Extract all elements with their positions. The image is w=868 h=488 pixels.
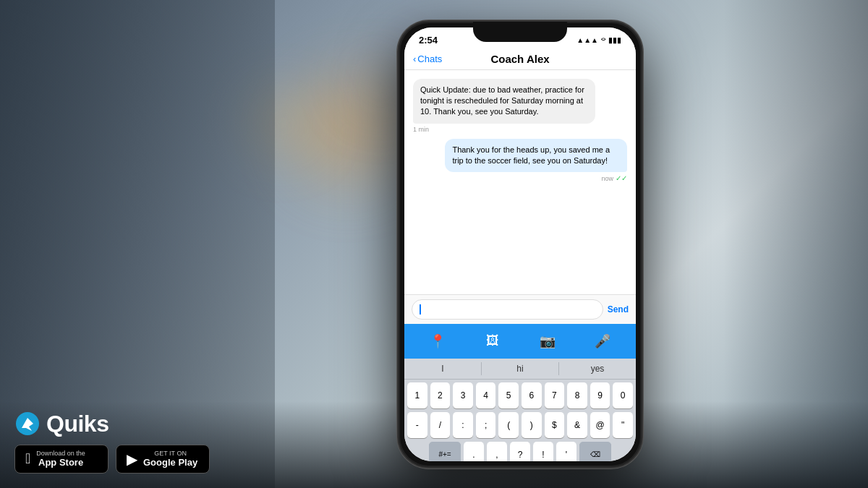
message-input[interactable] — [412, 299, 603, 320]
messages-area: Quick Update: due to bad weather, practi… — [404, 70, 636, 236]
google-play-text: GET IT ON Google Play — [143, 450, 197, 468]
message-received-1: Quick Update: due to bad weather, practi… — [413, 79, 595, 133]
key-2[interactable]: 2 — [430, 382, 451, 408]
autocomplete-bar: I hi yes — [404, 359, 636, 380]
autocomplete-hi[interactable]: hi — [482, 362, 559, 375]
key-exclaim[interactable]: ! — [533, 442, 553, 461]
status-icons: ▲▲▲ ⌔ ▮▮▮ — [576, 36, 621, 44]
back-button[interactable]: ‹ Chats — [413, 53, 442, 64]
store-buttons:  Download on the App Store ▶ GET IT ON … — [14, 445, 210, 474]
key-semi[interactable]: ; — [476, 412, 496, 438]
location-icon[interactable]: 📍 — [426, 330, 449, 353]
battery-icon: ▮▮▮ — [608, 36, 621, 44]
key-comma[interactable]: , — [487, 442, 507, 461]
key-slash[interactable]: / — [430, 412, 451, 438]
signal-icon: ▲▲▲ — [576, 36, 598, 44]
app-store-text: Download on the App Store — [36, 450, 85, 468]
app-store-button[interactable]:  Download on the App Store — [14, 445, 109, 474]
image-icon[interactable]: 🖼 — [481, 330, 504, 353]
key-7[interactable]: 7 — [545, 382, 565, 408]
phone-screen: 2:54 ▲▲▲ ⌔ ▮▮▮ ‹ Chats Coach Alex — [404, 27, 636, 461]
key-apostrophe[interactable]: ' — [556, 442, 576, 461]
camera-icon[interactable]: 📷 — [536, 330, 559, 353]
key-at[interactable]: @ — [590, 412, 610, 438]
autocomplete-yes[interactable]: yes — [559, 362, 636, 375]
action-bar: 📍 🖼 📷 🎤 — [404, 324, 636, 359]
nav-bar: ‹ Chats Coach Alex — [404, 48, 636, 70]
back-label: Chats — [417, 53, 442, 64]
key-0[interactable]: 0 — [613, 382, 633, 408]
key-1[interactable]: 1 — [407, 382, 427, 408]
keyboard-row-numbers: 1 2 3 4 5 6 7 8 9 0 — [407, 382, 633, 408]
send-button[interactable]: Send — [608, 304, 629, 314]
key-dollar[interactable]: $ — [545, 412, 565, 438]
key-period[interactable]: . — [464, 442, 484, 461]
wifi-icon: ⌔ — [601, 36, 605, 44]
received-bubble-1: Quick Update: due to bad weather, practi… — [413, 79, 595, 124]
microphone-icon[interactable]: 🎤 — [591, 330, 614, 353]
apple-icon:  — [25, 450, 30, 467]
backspace-key[interactable]: ⌫ — [579, 442, 611, 461]
key-6[interactable]: 6 — [522, 382, 542, 408]
chevron-left-icon: ‹ — [413, 53, 416, 64]
phone-notch — [473, 22, 567, 42]
key-5[interactable]: 5 — [498, 382, 519, 408]
key-9[interactable]: 9 — [590, 382, 610, 408]
key-colon[interactable]: : — [453, 412, 473, 438]
key-rparen[interactable]: ) — [522, 412, 542, 438]
key-quote[interactable]: " — [613, 412, 633, 438]
key-question[interactable]: ? — [510, 442, 530, 461]
branding-section: Quiks  Download on the App Store ▶ GET … — [14, 411, 210, 474]
key-amp[interactable]: & — [567, 412, 587, 438]
google-play-button[interactable]: ▶ GET IT ON Google Play — [116, 445, 210, 474]
sent-bubble-1: Thank you for the heads up, you saved me… — [445, 139, 627, 173]
messages-spacer — [404, 236, 636, 294]
input-area: Send — [404, 294, 636, 324]
brand-name: Quiks — [46, 411, 109, 437]
play-icon: ▶ — [127, 450, 137, 468]
msg-sent-meta: now ✓✓ — [601, 174, 627, 182]
read-checkmark: ✓✓ — [616, 174, 627, 182]
key-3[interactable]: 3 — [453, 382, 473, 408]
key-4[interactable]: 4 — [476, 382, 496, 408]
message-sent-1: Thank you for the heads up, you saved me… — [445, 139, 627, 183]
key-8[interactable]: 8 — [567, 382, 587, 408]
phone-frame: 2:54 ▲▲▲ ⌔ ▮▮▮ ‹ Chats Coach Alex — [397, 20, 643, 468]
key-hashplus[interactable]: #+= — [429, 442, 461, 461]
keyboard: 1 2 3 4 5 6 7 8 9 0 - / : ; ( — [404, 380, 636, 461]
key-dash[interactable]: - — [407, 412, 427, 438]
msg-time-1: 1 min — [413, 126, 429, 133]
autocomplete-i[interactable]: I — [404, 362, 482, 375]
key-lparen[interactable]: ( — [498, 412, 519, 438]
quiks-icon — [14, 411, 41, 437]
text-cursor — [420, 304, 421, 314]
nav-title: Coach Alex — [490, 53, 549, 65]
keyboard-row-punct: - / : ; ( ) $ & @ " — [407, 412, 633, 438]
phone-wrapper: 2:54 ▲▲▲ ⌔ ▮▮▮ ‹ Chats Coach Alex — [397, 20, 643, 468]
brand-logo: Quiks — [14, 411, 210, 437]
status-time: 2:54 — [419, 35, 438, 46]
keyboard-row-special: #+= . , ? ! ' ⌫ — [407, 442, 633, 461]
